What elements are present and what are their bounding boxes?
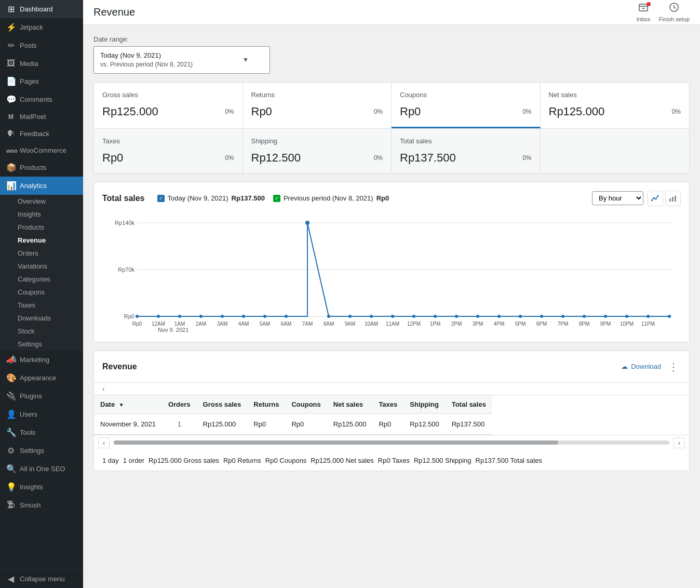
col-net-sales[interactable]: Net sales <box>327 395 373 414</box>
col-taxes[interactable]: Taxes <box>372 395 403 414</box>
sidebar-item-all-in-one-seo[interactable]: 🔍 All in One SEO <box>0 460 83 478</box>
submenu-downloads[interactable]: Downloads <box>0 312 83 325</box>
tools-icon: 🔧 <box>6 427 16 437</box>
sidebar-item-posts[interactable]: ✏ Posts <box>0 36 83 55</box>
svg-point-21 <box>263 315 266 318</box>
col-total-sales[interactable]: Total sales <box>446 395 492 414</box>
svg-text:3AM: 3AM <box>217 321 228 327</box>
submenu-products[interactable]: Products <box>0 221 83 234</box>
sidebar-item-mailpoet[interactable]: M MailPoet <box>0 109 83 125</box>
sidebar-item-media[interactable]: 🖼 Media <box>0 55 83 72</box>
finish-setup-icon <box>669 2 679 15</box>
stat-pct: 0% <box>374 108 383 115</box>
svg-point-36 <box>583 315 586 318</box>
sidebar-item-insights[interactable]: 💡 Insights <box>0 478 83 496</box>
by-hour-select[interactable]: By hour <box>592 191 643 205</box>
sidebar-item-label: Marketing <box>20 356 49 364</box>
svg-text:2PM: 2PM <box>451 321 462 327</box>
date-range-label: Date range: <box>93 35 690 43</box>
submenu-coupons[interactable]: Coupons <box>0 286 83 299</box>
col-gross-sales[interactable]: Gross sales <box>197 395 248 414</box>
scroll-thumb[interactable] <box>114 440 558 445</box>
svg-point-24 <box>327 315 330 318</box>
legend-previous-value: Rp0 <box>376 194 389 202</box>
inbox-button[interactable]: Inbox <box>637 2 651 22</box>
sidebar-item-label: Feedback <box>20 130 49 138</box>
woocommerce-icon: woo <box>6 148 16 154</box>
scroll-right-button[interactable]: › <box>674 437 685 448</box>
footer-taxes: Rp0 Taxes <box>378 457 410 464</box>
sidebar-item-feedback[interactable]: 🗣 Feedback <box>0 125 83 142</box>
sidebar-item-label: Products <box>20 164 46 171</box>
sidebar-item-marketing[interactable]: 📣 Marketing <box>0 351 83 369</box>
col-returns[interactable]: Returns <box>247 395 285 414</box>
date-range-select[interactable]: Today (Nov 9, 2021) vs. Previous period … <box>93 46 270 74</box>
download-button[interactable]: ☁ Download <box>616 359 666 373</box>
sidebar-item-smush[interactable]: 🗜 Smush <box>0 496 83 514</box>
svg-point-3 <box>653 197 655 198</box>
sidebar-item-pages[interactable]: 📄 Pages <box>0 72 83 90</box>
submenu-settings[interactable]: Settings <box>0 338 83 351</box>
sidebar-item-tools[interactable]: 🔧 Tools <box>0 423 83 442</box>
sidebar-item-appearance[interactable]: 🎨 Appearance <box>0 369 83 387</box>
revenue-data-table: Date ▼ Orders Gross sales Returns <box>94 395 689 435</box>
col-date[interactable]: Date ▼ <box>94 395 162 414</box>
cell-total-sales: Rp137.500 <box>446 413 492 434</box>
submenu-overview[interactable]: Overview <box>0 195 83 208</box>
svg-text:4AM: 4AM <box>238 321 249 327</box>
submenu-revenue[interactable]: Revenue <box>0 234 83 247</box>
svg-text:10AM: 10AM <box>365 321 378 327</box>
line-chart-button[interactable] <box>648 191 663 206</box>
col-shipping[interactable]: Shipping <box>403 395 445 414</box>
cell-orders[interactable]: 1 <box>162 413 197 434</box>
revenue-chart: Rp140k Rp70k Rp0 <box>102 212 681 332</box>
footer-total-sales: Rp137.500 Total sales <box>476 457 542 464</box>
svg-point-33 <box>519 315 522 318</box>
submenu-variations[interactable]: Variations <box>0 260 83 273</box>
scroll-track[interactable] <box>114 440 669 445</box>
sidebar-item-label: Appearance <box>20 374 56 382</box>
scroll-left-button[interactable]: ‹ <box>98 437 110 448</box>
submenu-stock[interactable]: Stock <box>0 325 83 338</box>
footer-net-sales: Rp125.000 Net sales <box>311 457 373 464</box>
sidebar-item-products[interactable]: 📦 Products <box>0 158 83 177</box>
sidebar-item-plugins[interactable]: 🔌 Plugins <box>0 387 83 405</box>
sidebar-item-woocommerce[interactable]: woo WooCommerce <box>0 142 83 158</box>
submenu-orders[interactable]: Orders <box>0 247 83 260</box>
seo-icon: 🔍 <box>6 464 16 474</box>
cell-coupons: Rp0 <box>285 413 327 434</box>
sidebar-item-collapse[interactable]: ◀ Collapse menu <box>0 569 83 588</box>
more-options-button[interactable]: ⋮ <box>666 359 681 374</box>
scroll-left-arrow[interactable]: ‹ <box>98 383 109 395</box>
svg-point-27 <box>391 315 394 318</box>
sidebar-item-settings[interactable]: ⚙ Settings <box>0 442 83 460</box>
pages-icon: 📄 <box>6 76 16 86</box>
legend-today-value: Rp137.500 <box>232 194 265 202</box>
finish-setup-button[interactable]: Finish setup <box>659 2 690 22</box>
stat-pct: 0% <box>672 108 681 115</box>
comments-icon: 💬 <box>6 95 16 104</box>
col-coupons[interactable]: Coupons <box>285 395 327 414</box>
stat-value: Rp12.500 <box>251 151 301 165</box>
sidebar-item-dashboard[interactable]: ⊞ Dashboard <box>0 0 83 18</box>
svg-text:7PM: 7PM <box>558 321 569 327</box>
submenu-categories[interactable]: Categories <box>0 273 83 286</box>
col-orders[interactable]: Orders <box>162 395 197 414</box>
stat-value-row: Rp12.500 0% <box>251 151 383 165</box>
svg-point-39 <box>647 315 650 318</box>
svg-point-26 <box>370 315 373 318</box>
sidebar-item-analytics[interactable]: 📊 Analytics <box>0 177 83 195</box>
sidebar-item-label: Analytics <box>20 182 47 190</box>
submenu-taxes[interactable]: Taxes <box>0 299 83 312</box>
cell-date: November 9, 2021 <box>94 413 162 434</box>
sidebar-item-users[interactable]: 👤 Users <box>0 405 83 423</box>
svg-point-34 <box>540 315 543 318</box>
bar-chart-button[interactable] <box>665 191 681 206</box>
sidebar-item-label: Comments <box>20 96 52 103</box>
footer-days: 1 day <box>102 457 119 464</box>
analytics-icon: 📊 <box>6 181 16 191</box>
submenu-insights[interactable]: Insights <box>0 208 83 221</box>
svg-point-16 <box>157 315 160 318</box>
sidebar-item-jetpack[interactable]: ⚡ Jetpack <box>0 18 83 36</box>
sidebar-item-comments[interactable]: 💬 Comments <box>0 90 83 109</box>
